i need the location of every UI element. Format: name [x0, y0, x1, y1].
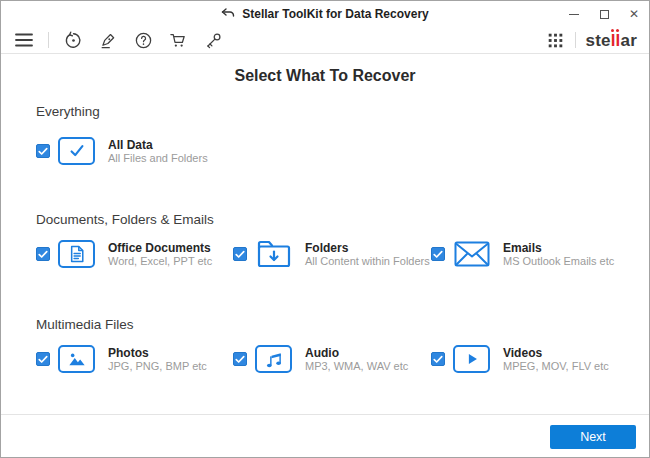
item-subtitle: All Content within Folders — [305, 255, 430, 268]
item-subtitle: MS Outlook Emails etc — [503, 255, 614, 268]
logo-ste: ste — [585, 32, 610, 49]
minimize-button[interactable] — [559, 1, 589, 27]
item-title: Emails — [503, 241, 614, 255]
item-title: Audio — [305, 346, 408, 360]
back-arrow-icon[interactable] — [221, 8, 235, 20]
all-data-checkbox[interactable] — [36, 144, 50, 158]
item-title: Office Documents — [108, 241, 212, 255]
menu-icon[interactable] — [13, 29, 35, 51]
item-subtitle: JPG, PNG, BMP etc — [108, 360, 207, 373]
toolbar-divider-right — [575, 32, 576, 48]
recover-item-all-data: All Data All Files and Folders — [36, 136, 233, 166]
recover-item-photos: Photos JPG, PNG, BMP etc — [36, 344, 233, 374]
help-icon[interactable] — [132, 29, 154, 51]
audio-checkbox[interactable] — [233, 352, 247, 366]
sections: Everything All Data All Files and Folder… — [36, 104, 635, 374]
logo-ar: ar — [621, 32, 637, 49]
buy-cart-icon[interactable] — [167, 29, 189, 51]
emails-icon — [453, 240, 490, 268]
recover-item-emails: Emails MS Outlook Emails etc — [431, 239, 635, 269]
item-title: All Data — [108, 138, 208, 152]
recover-item-audio: Audio MP3, WMA, WAV etc — [233, 344, 431, 374]
recover-section-3: Multimedia Files Photos JPG, PNG, BMP et… — [36, 317, 635, 374]
office-documents-checkbox[interactable] — [36, 247, 50, 261]
videos-icon — [453, 345, 490, 373]
section-items: Office Documents Word, Excel, PPT etc Fo… — [36, 239, 635, 269]
stellar-logo: stellar — [585, 32, 637, 49]
recover-section-1: Everything All Data All Files and Folder… — [36, 104, 635, 166]
section-title: Documents, Folders & Emails — [36, 212, 635, 227]
license-key-icon[interactable] — [202, 29, 224, 51]
close-button[interactable]: ✕ — [619, 1, 649, 27]
app-grid-icon[interactable] — [544, 29, 566, 51]
section-items: Photos JPG, PNG, BMP etc Audio MP3, WMA,… — [36, 344, 635, 374]
window-title: Stellar ToolKit for Data Recovery — [242, 7, 429, 21]
audio-icon — [255, 345, 292, 373]
item-subtitle: All Files and Folders — [108, 152, 208, 165]
all-data-icon — [58, 137, 95, 165]
next-button[interactable]: Next — [550, 425, 636, 449]
emails-checkbox[interactable] — [431, 247, 445, 261]
item-subtitle: Word, Excel, PPT etc — [108, 255, 212, 268]
item-title: Photos — [108, 346, 207, 360]
section-title: Multimedia Files — [36, 317, 635, 332]
folders-icon — [255, 240, 292, 268]
minimize-icon — [569, 14, 579, 15]
section-title: Everything — [36, 104, 635, 119]
recover-item-videos: Videos MPEG, MOV, FLV etc — [431, 344, 635, 374]
section-items: All Data All Files and Folders — [36, 136, 635, 166]
activation-pen-icon[interactable] — [97, 29, 119, 51]
app-window: Stellar ToolKit for Data Recovery ✕ — [0, 0, 650, 458]
item-title: Folders — [305, 241, 430, 255]
resume-recovery-icon[interactable] — [62, 29, 84, 51]
item-subtitle: MP3, WMA, WAV etc — [305, 360, 408, 373]
toolbar-divider — [48, 32, 49, 48]
footer-divider — [1, 414, 649, 415]
photos-checkbox[interactable] — [36, 352, 50, 366]
logo-ll: ll — [611, 32, 621, 49]
close-icon: ✕ — [629, 8, 639, 20]
folders-checkbox[interactable] — [233, 247, 247, 261]
item-title: Videos — [503, 346, 609, 360]
title-bar: Stellar ToolKit for Data Recovery ✕ — [1, 1, 649, 27]
page-title: Select What To Recover — [1, 67, 649, 85]
office-documents-icon — [58, 240, 95, 268]
item-subtitle: MPEG, MOV, FLV etc — [503, 360, 609, 373]
maximize-button[interactable] — [589, 1, 619, 27]
maximize-icon — [600, 10, 609, 19]
recover-section-2: Documents, Folders & Emails Office Docum… — [36, 212, 635, 269]
videos-checkbox[interactable] — [431, 352, 445, 366]
toolbar: stellar — [1, 27, 649, 54]
recover-item-folders: Folders All Content within Folders — [233, 239, 431, 269]
photos-icon — [58, 345, 95, 373]
recover-item-office-documents: Office Documents Word, Excel, PPT etc — [36, 239, 233, 269]
